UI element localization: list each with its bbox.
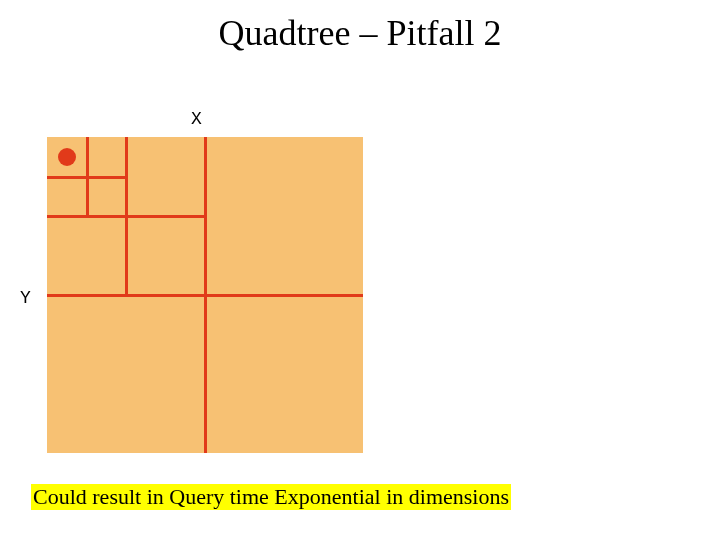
slide-title: Quadtree – Pitfall 2 (0, 12, 720, 54)
partition-line-h-level1 (47, 215, 205, 218)
axis-label-y: Y (20, 288, 31, 308)
axis-label-x: X (191, 109, 202, 129)
partition-line-h-level2 (47, 176, 127, 179)
caption-text: Could result in Query time Exponential i… (31, 484, 511, 510)
data-point (58, 148, 76, 166)
partition-line-h-level0 (47, 294, 363, 297)
slide: Quadtree – Pitfall 2 X Y Could result in… (0, 0, 720, 540)
